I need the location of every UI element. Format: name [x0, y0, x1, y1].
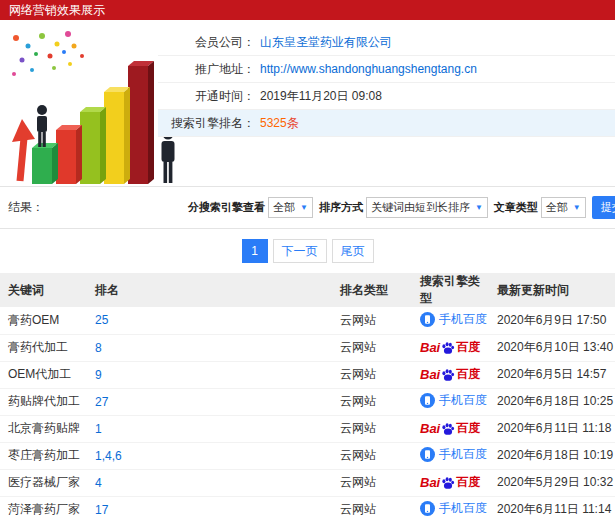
keyword-table: 关键词 排名 排名类型 搜索引擎类型 最新更新时间 膏药OEM 25 云网站 手… [0, 273, 615, 520]
promo-url-link[interactable]: http://www.shandonghuangshengtang.cn [260, 62, 477, 76]
rank-type-cell: 云网站 [332, 469, 412, 496]
company-info-list: 会员公司： 山东皇圣堂药业有限公司 推广地址： http://www.shand… [158, 29, 615, 137]
keyword-cell: 北京膏药贴牌 [0, 415, 87, 442]
company-name-link[interactable]: 山东皇圣堂药业有限公司 [260, 34, 392, 51]
keyword-cell: 菏泽膏药厂家 [0, 496, 87, 520]
table-header-row: 关键词 排名 排名类型 搜索引擎类型 最新更新时间 [0, 273, 615, 307]
engine-cell: 手机百度 [412, 307, 489, 334]
engine-cell: 手机百度 [412, 388, 489, 415]
engine-cell: 手机百度 [412, 496, 489, 520]
rank-link[interactable]: 4 [95, 476, 102, 490]
baidu-du-text: 百度 [456, 474, 480, 491]
mobile-baidu-label: 手机百度 [439, 392, 487, 409]
promo-url-label: 推广地址： [158, 61, 255, 78]
mobile-phone-icon [420, 312, 435, 327]
submit-button[interactable]: 提交 [592, 196, 615, 219]
engine-filter-label: 分搜索引擎查看 [188, 200, 265, 215]
baidu-du-text: 百度 [456, 366, 480, 383]
growth-arrow-icon [12, 119, 35, 181]
bar-lime [80, 107, 106, 184]
info-row-rank-count: 搜索引擎排名： 5325 条 [158, 110, 615, 137]
pagination: 1 下一页 尾页 [0, 229, 615, 273]
mobile-baidu-label: 手机百度 [439, 500, 487, 517]
keyword-cell: OEM代加工 [0, 361, 87, 388]
sort-select[interactable]: 关键词由短到长排序 ▼ [366, 197, 488, 218]
table-row: 膏药OEM 25 云网站 手机百度 [0, 307, 615, 334]
bar-red [56, 125, 82, 184]
rank-count-unit: 条 [287, 115, 299, 132]
keyword-cell: 膏药代加工 [0, 334, 87, 361]
bar-yellow [104, 87, 130, 184]
table-row: 枣庄膏药加工 1,4,6 云网站 手机百度 [0, 442, 615, 469]
engine-cell: Bai 百度 [412, 334, 489, 361]
company-label: 会员公司： [158, 34, 255, 51]
mobile-baidu-logo: 手机百度 [420, 311, 487, 328]
keyword-cell: 枣庄膏药加工 [0, 442, 87, 469]
rank-type-cell: 云网站 [332, 334, 412, 361]
rank-link[interactable]: 8 [95, 341, 102, 355]
info-row-open-time: 开通时间： 2019年11月20日 09:08 [158, 83, 615, 110]
baidu-bai-text: Bai [420, 475, 440, 490]
baidu-logo: Bai 百度 [420, 339, 480, 356]
info-row-company: 会员公司： 山东皇圣堂药业有限公司 [158, 29, 615, 56]
chevron-down-icon: ▼ [573, 203, 581, 212]
sort-select-value: 关键词由短到长排序 [371, 200, 470, 215]
col-rank: 排名 [87, 273, 332, 307]
updated-cell: 2020年6月5日 14:57 [489, 361, 615, 388]
keyword-cell: 医疗器械厂家 [0, 469, 87, 496]
mobile-phone-icon [420, 501, 435, 516]
table-row: 药贴牌代加工 27 云网站 手机百度 [0, 388, 615, 415]
mobile-phone-icon [420, 447, 435, 462]
col-keyword: 关键词 [0, 273, 87, 307]
info-panel: 会员公司： 山东皇圣堂药业有限公司 推广地址： http://www.shand… [0, 20, 615, 186]
bar-green [32, 143, 58, 184]
article-type-value: 全部 [546, 200, 568, 215]
engine-select-value: 全部 [273, 200, 295, 215]
col-rank-type: 排名类型 [332, 273, 412, 307]
table-body: 膏药OEM 25 云网站 手机百度 [0, 307, 615, 520]
table-row: 膏药代加工 8 云网站 Bai 百 [0, 334, 615, 361]
baidu-logo: Bai 百度 [420, 474, 480, 491]
engine-cell: Bai 百度 [412, 415, 489, 442]
rank-link[interactable]: 9 [95, 368, 102, 382]
page-current[interactable]: 1 [242, 239, 268, 263]
mobile-baidu-logo: 手机百度 [420, 392, 487, 409]
results-toolbar: 结果： 分搜索引擎查看 全部 ▼ 排序方式 关键词由短到长排序 ▼ 文章类型 全… [0, 186, 615, 229]
rank-link[interactable]: 27 [95, 395, 108, 409]
baidu-du-text: 百度 [456, 339, 480, 356]
rank-type-cell: 云网站 [332, 307, 412, 334]
rank-type-cell: 云网站 [332, 496, 412, 520]
sort-filter-label: 排序方式 [319, 200, 363, 215]
rank-link[interactable]: 1,4,6 [95, 449, 122, 463]
keyword-cell: 膏药OEM [0, 307, 87, 334]
rank-count-value: 5325 [260, 116, 287, 130]
baidu-paw-icon [441, 476, 455, 490]
result-label: 结果： [8, 199, 44, 216]
title-bar: 网络营销效果展示 [0, 0, 615, 20]
updated-cell: 2020年6月18日 10:25 [489, 388, 615, 415]
table-row: OEM代加工 9 云网站 Bai [0, 361, 615, 388]
rank-link[interactable]: 17 [95, 503, 108, 517]
page-last-button[interactable]: 尾页 [332, 239, 374, 263]
updated-cell: 2020年6月11日 11:18 [489, 415, 615, 442]
baidu-bai-text: Bai [420, 421, 440, 436]
page-next-button[interactable]: 下一页 [273, 239, 327, 263]
keyword-cell: 药贴牌代加工 [0, 388, 87, 415]
article-type-label: 文章类型 [494, 200, 538, 215]
updated-cell: 2020年6月18日 10:19 [489, 442, 615, 469]
rank-type-cell: 云网站 [332, 388, 412, 415]
col-engine-type: 搜索引擎类型 [412, 273, 489, 307]
rank-link[interactable]: 1 [95, 422, 102, 436]
engine-select[interactable]: 全部 ▼ [268, 197, 313, 218]
table-row: 医疗器械厂家 4 云网站 Bai [0, 469, 615, 496]
updated-cell: 2020年5月29日 10:32 [489, 469, 615, 496]
table-row: 菏泽膏药厂家 17 云网站 手机百度 [0, 496, 615, 520]
col-updated: 最新更新时间 [489, 273, 615, 307]
rank-link[interactable]: 25 [95, 313, 108, 327]
chevron-down-icon: ▼ [300, 203, 308, 212]
table-row: 北京膏药贴牌 1 云网站 Bai [0, 415, 615, 442]
baidu-bai-text: Bai [420, 367, 440, 382]
article-type-select[interactable]: 全部 ▼ [541, 197, 586, 218]
rank-type-cell: 云网站 [332, 442, 412, 469]
businessman-left-icon [37, 105, 47, 147]
